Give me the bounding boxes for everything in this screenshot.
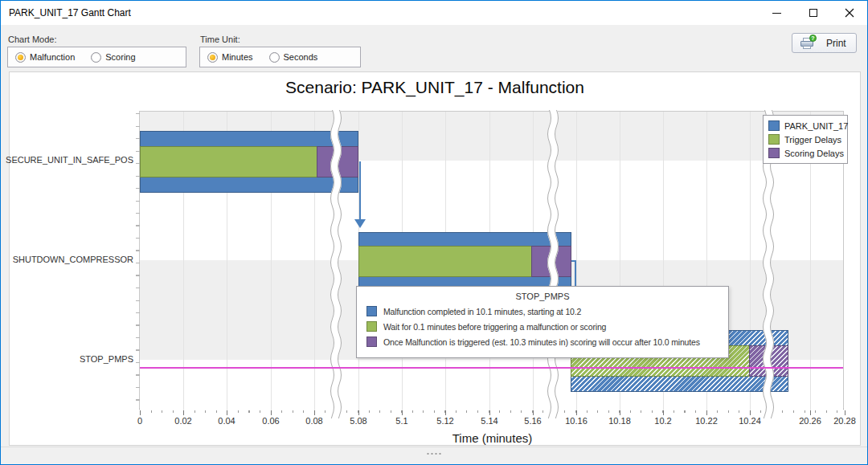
dependency-arrow-head-icon [354,219,366,228]
x-axis-tick-label: 10.18 [608,416,631,426]
x-axis-tick [489,410,490,415]
time-unit-group: MinutesSeconds [199,47,361,67]
maximize-icon [809,9,817,17]
chart-mode-group: MalfunctionScoring [7,47,186,67]
x-axis-tick-label: 5.16 [524,416,541,426]
radio-malfunction[interactable]: Malfunction [15,52,75,63]
radio-scoring[interactable]: Scoring [91,52,135,63]
dependency-connector-line [575,260,576,287]
tooltip-swatch-icon [366,306,377,316]
x-axis-tick-label: 0.04 [218,416,235,426]
minimize-button[interactable] [759,1,795,25]
chart-title: Scenario: PARK_UNIT_17 - Malfunction [10,78,860,97]
x-axis-tick-label: 10.16 [565,416,588,426]
x-axis-tick-label: 5.08 [350,416,366,426]
legend-item[interactable]: PARK_UNIT_17 [768,119,842,133]
tooltip-item-text: Once Malfunction is triggered (est. 10.3… [383,337,700,347]
category-label-stop_pmps: STOP_PMPS [0,354,133,364]
legend-swatch-icon [768,148,780,158]
radio-label: Seconds [284,52,318,62]
legend-item[interactable]: Scoring Delays [768,146,842,160]
x-axis-tick [183,410,184,415]
tooltip-item-text: Wait for 0.1 minutes before triggering a… [383,322,606,332]
tooltip-item: Malfunction completed in 10.1 minutes, s… [357,306,728,316]
x-axis-tick [576,410,577,415]
x-axis-tick-label: 5.14 [481,416,497,426]
print-button-label: Print [826,38,846,49]
splitter-grip-icon[interactable] [428,453,441,455]
radio-seconds[interactable]: Seconds [269,52,318,63]
chart-panel: Scenario: PARK_UNIT_17 - Malfunction [9,71,861,446]
time-unit-label: Time Unit: [200,35,240,44]
radio-minutes[interactable]: Minutes [207,52,253,63]
tooltip-swatch-icon [366,321,377,332]
bar-trigger-delay-shutdown-compressor[interactable] [358,246,532,277]
x-axis-minor-ticks [140,410,845,413]
tooltip-item-text: Malfunction completed in 10.1 minutes, s… [383,307,581,316]
radio-label: Scoring [105,52,135,62]
radio-label: Malfunction [30,52,75,62]
x-axis-tick [533,410,534,415]
close-icon [845,8,854,18]
printer-badge-icon: ? [809,35,817,42]
maximize-button[interactable] [795,1,831,25]
x-axis-tick [227,410,227,415]
bottom-strip [1,447,867,465]
x-axis-tick [140,410,141,415]
legend-label: Trigger Delays [784,135,841,145]
tooltip-item: Wait for 0.1 minutes before triggering a… [357,321,728,332]
x-axis-tick-label: 0.06 [262,416,279,426]
x-axis-tick [402,410,403,415]
x-axis-tick [271,410,272,415]
x-axis-tick-label: 10.2 [654,416,671,426]
x-axis-tick-label: 10.24 [739,416,761,426]
category-label-shutdown_compressor: SHUTDOWN_COMPRESSOR [0,255,133,264]
radio-circle-icon[interactable] [15,52,26,63]
legend-swatch-icon [768,134,780,145]
x-axis-tick [620,410,620,415]
x-axis-tick-label: 5.12 [436,416,453,426]
x-axis-tick-label: 0.02 [174,416,191,426]
tooltip-swatch-icon [366,337,377,347]
x-axis-tick-label: 20.26 [799,416,821,426]
minimize-icon [772,13,781,14]
x-axis-tick-label: 0 [137,416,142,426]
legend-swatch-icon [768,120,780,131]
legend-label: Scoring Delays [784,149,844,158]
x-axis-tick-label: 10.22 [695,416,718,426]
close-button[interactable] [831,1,867,25]
dependency-arrow-line [359,161,361,221]
print-button[interactable]: ? Print [792,33,857,53]
reference-line [140,367,843,369]
x-axis-tick [810,410,811,415]
radio-circle-icon[interactable] [207,52,218,63]
axis-break-icon [546,110,560,418]
tooltip-item: Once Malfunction is triggered (est. 10.3… [357,337,728,347]
x-axis-tick-label: 5.1 [395,416,407,426]
tooltip-title: STOP_PMPS [357,292,728,301]
printer-icon: ? [800,37,815,49]
x-axis-tick [845,410,845,415]
plot-area: 00.020.040.060.085.085.15.125.145.1610.1… [139,111,844,410]
tooltip: STOP_PMPS Malfunction completed in 10.1 … [356,286,729,358]
chart-mode-label: Chart Mode: [8,35,57,44]
radio-circle-icon[interactable] [91,52,101,63]
x-axis-tick [663,410,664,415]
legend-item[interactable]: Trigger Delays [768,133,842,146]
legend-label: PARK_UNIT_17 [784,121,848,131]
axis-break-icon [329,110,343,418]
legend: PARK_UNIT_17Trigger DelaysScoring Delays [763,115,848,164]
radio-circle-icon[interactable] [269,52,280,63]
radio-label: Minutes [222,52,253,62]
x-axis-tick [750,410,751,415]
title-bar: PARK_UNIT_17 Gantt Chart [1,1,867,25]
x-axis-tick [445,410,446,415]
x-axis-tick-label: 20.28 [833,416,856,426]
x-axis-title: Time (minutes) [140,431,845,445]
x-axis-tick [706,410,707,415]
bar-trigger-delay-secure-unit[interactable] [140,146,317,177]
x-axis-tick [358,410,359,415]
x-axis-tick-label: 0.08 [305,416,322,426]
app-window: PARK_UNIT_17 Gantt Chart Chart Mode: Mal… [0,0,868,465]
toolbar: Chart Mode: MalfunctionScoring Time Unit… [1,25,867,71]
